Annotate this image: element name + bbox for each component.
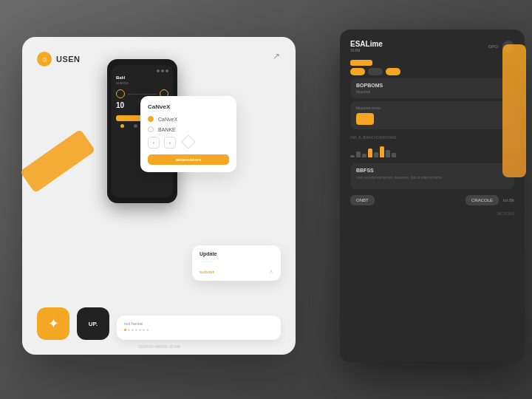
wifi-icon xyxy=(161,69,164,72)
onbt-button[interactable]: ONBT xyxy=(350,195,375,205)
bar-1 xyxy=(350,155,355,157)
toggle-2[interactable] xyxy=(368,68,383,75)
popup-nav-row: ‹ › xyxy=(148,137,229,149)
chart-section-title: INI A BMKIOBBOME xyxy=(350,135,514,140)
chevron-up-icon: ∧ xyxy=(269,268,273,275)
right-section-1: BOPBOMS biopome biopome nomo · · · xyxy=(350,78,514,129)
toggle-1[interactable] xyxy=(350,68,365,75)
radio-option-1-icon[interactable] xyxy=(148,116,154,122)
middle-card-action-label[interactable]: submit xyxy=(200,270,214,274)
mini-bottom-card: not heme xyxy=(117,316,281,340)
toggle-row xyxy=(350,68,514,75)
dark-action-button[interactable]: UP. xyxy=(77,307,109,340)
dot-4 xyxy=(135,329,137,331)
dot-3 xyxy=(132,329,134,331)
popup-confirm-button[interactable]: aeiaonaosm xyxy=(148,154,229,165)
bar-4-highlight xyxy=(368,149,372,157)
right-box-2-note: · · · xyxy=(377,117,382,121)
bar-2 xyxy=(356,151,361,157)
right-section-2: BBFSS nom an interval tames, fasomes, bu… xyxy=(350,163,514,189)
bar-7 xyxy=(386,150,390,157)
sparkle-icon: ✦ xyxy=(48,316,59,332)
popup-option-2-label: BANKE xyxy=(158,127,176,132)
dot-7 xyxy=(146,329,149,331)
mini-card-label: not heme xyxy=(124,321,273,326)
footer-label: CENSUS HMORE SCAM xyxy=(22,344,296,349)
right-box-1: BOPBOMS biopome xyxy=(350,78,514,98)
middle-info-card: Update · · · · · · · · submit ∧ xyxy=(192,245,281,281)
phone-nav-item-2[interactable] xyxy=(134,124,137,128)
popup-option-2[interactable]: BANKE xyxy=(148,126,229,132)
right-header-label: OPO xyxy=(488,44,498,49)
cracole-button[interactable]: CRACOLE xyxy=(466,195,499,205)
dot-6 xyxy=(143,329,145,331)
right-card-title: ESALime xyxy=(350,40,383,48)
section-2-text: nom an interval tames, fasomes, but at i… xyxy=(356,174,508,180)
brand-name: USEN xyxy=(56,55,81,64)
dot-5 xyxy=(139,329,141,331)
signal-icon xyxy=(157,69,160,72)
popup-title: CaNveX xyxy=(148,103,229,110)
bar-8 xyxy=(392,153,396,157)
right-box-2-actions: · · · xyxy=(356,113,508,125)
right-card-subtitle: SUM xyxy=(350,48,383,52)
bar-5 xyxy=(374,152,378,157)
up-label: UP. xyxy=(89,321,98,327)
popup-diamond-icon xyxy=(181,134,196,149)
right-header-text: ESALime SUM xyxy=(350,40,383,52)
dots-progress xyxy=(124,329,273,331)
bar-chart xyxy=(350,143,514,157)
popup-arrow-left-icon[interactable]: ‹ xyxy=(148,137,160,149)
section-2-title: BBFSS xyxy=(356,168,508,173)
card-share-icon[interactable]: ↗ xyxy=(270,50,282,62)
middle-card-footer: submit ∧ xyxy=(200,268,273,275)
dot-2 xyxy=(128,329,130,331)
toggle-3[interactable] xyxy=(386,68,400,75)
small-orange-block xyxy=(356,113,374,125)
right-card: ESALime SUM OPO ◎ BOPBOMS biopome biopom… xyxy=(340,30,525,362)
right-box-2-sub: biopome nomo xyxy=(356,106,508,110)
right-bottom-row: ONBT CRACOLE lot Bit xyxy=(350,195,514,205)
right-orange-strip xyxy=(502,44,526,177)
bar-3 xyxy=(362,154,366,157)
phone-app-subtitle: HUBUDD xyxy=(116,81,168,85)
battery-icon xyxy=(166,69,168,72)
middle-card-subtitle: · · · · · · · · xyxy=(200,259,273,264)
right-box-2: biopome nomo · · · xyxy=(350,101,514,129)
phone-app-title: BaH xyxy=(116,75,168,80)
phone-nav-item-1[interactable] xyxy=(120,124,124,128)
bar-6-highlight xyxy=(380,146,384,157)
bottom-area: ✦ UP. not heme xyxy=(37,307,281,340)
phone-divider xyxy=(128,94,157,95)
right-orange-divider xyxy=(350,60,372,66)
brand-logo-icon: ◎ xyxy=(37,52,52,66)
popup-option-1[interactable]: CaNveX xyxy=(148,116,229,122)
right-box-1-title: BOPBOMS xyxy=(356,83,508,88)
popup-card: CaNveX CaNveX BANKE ‹ › aeiaonaosm xyxy=(140,96,236,172)
right-footer-label: MCTIONS xyxy=(350,211,514,216)
left-card: ◎ USEN ↗ BaH HUBUDD 10 1,274 xyxy=(22,37,296,355)
phone-icon-1 xyxy=(116,89,125,98)
dot-1 xyxy=(124,329,126,331)
popup-arrow-right-icon[interactable]: › xyxy=(164,137,176,149)
orange-action-button[interactable]: ✦ xyxy=(37,307,69,340)
middle-card-title: Update xyxy=(200,251,273,256)
phone-status-bar xyxy=(116,69,168,72)
bottom-note: lot Bit xyxy=(503,198,514,202)
popup-option-1-label: CaNveX xyxy=(158,117,177,122)
right-section-2-box: BBFSS nom an interval tames, fasomes, bu… xyxy=(350,163,514,189)
right-box-1-sub: biopome xyxy=(356,89,508,94)
phone-stat-1: 10 xyxy=(116,101,124,109)
radio-option-2-icon[interactable] xyxy=(148,126,154,132)
chart-section: INI A BMKIOBBOME xyxy=(350,135,514,157)
right-card-header: ESALime SUM OPO ◎ xyxy=(350,40,514,52)
